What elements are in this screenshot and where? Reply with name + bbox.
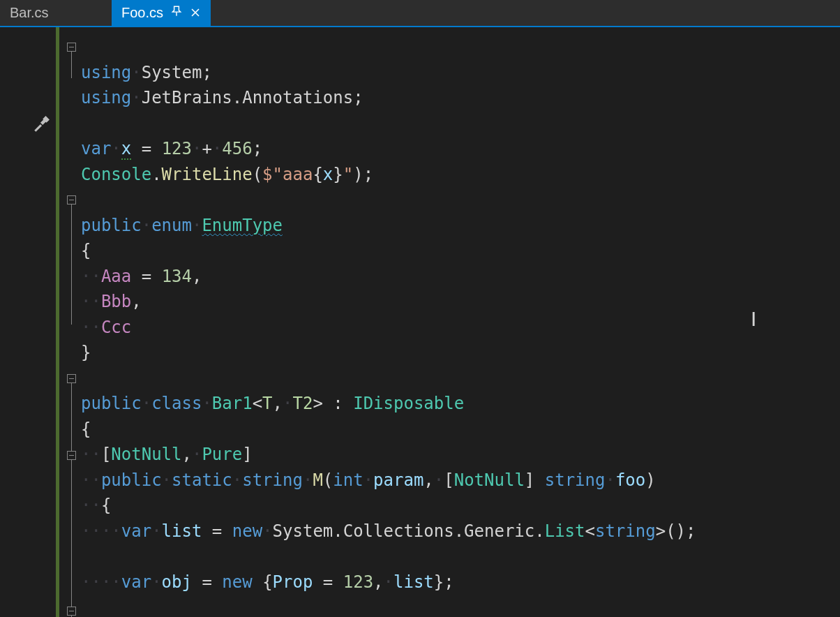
whitespace-dot: · [111,139,121,158]
keyword: public [81,216,142,235]
whitespace-dot: ·· [81,267,101,286]
attribute: Pure [202,445,242,464]
string: " [343,165,353,184]
number: 123 [162,139,192,158]
tab-foo-cs[interactable]: Foo.cs [112,0,211,26]
punct: ; [202,63,211,82]
operator: = [313,572,343,592]
punct: { [313,165,322,184]
whitespace-dot: · [151,521,161,541]
enum-member: Aaa [101,267,131,286]
tab-label: Bar.cs [10,5,49,21]
punct: > [656,521,666,541]
whitespace-dot: · [131,63,141,82]
whitespace-dot: · [142,394,151,413]
keyword: string [242,470,303,490]
punct: , [182,445,192,464]
fold-box-icon[interactable] [67,607,76,616]
folding-gutter[interactable] [63,27,81,617]
namespace: System.Collections.Generic. [273,521,545,541]
operator: + [202,139,211,158]
identifier: obj [162,572,192,592]
keyword: string [595,521,656,541]
type-param: T [262,394,272,413]
type: Bar1 [212,394,253,413]
whitespace-dot: · [212,139,222,158]
close-icon[interactable] [190,6,201,20]
punct: < [253,394,262,413]
brace: { [101,496,111,515]
operator: = [202,521,232,541]
whitespace-dot: ·· [81,292,101,311]
keyword: string [545,470,606,490]
whitespace-dot: · [232,470,242,490]
whitespace-dot: · [142,216,151,235]
whitespace-dot: · [605,470,615,490]
build-hammer-icon[interactable] [32,115,50,136]
pin-icon[interactable] [170,5,183,21]
keyword: class [151,394,202,413]
property: Prop [273,572,313,592]
punct: ( [253,165,262,184]
whitespace-dot: ·· [81,496,101,515]
keyword: using [81,88,131,107]
whitespace-dot: ···· [81,521,121,541]
tab-bar: Bar.cs Foo.cs [0,0,840,27]
whitespace-dot: ·· [81,445,101,464]
string: " [273,165,283,184]
punct: ] [525,470,545,490]
keyword: var [121,521,151,541]
punct: , [273,394,283,413]
punct: , [423,470,433,490]
tab-bar-cs[interactable]: Bar.cs [0,0,112,26]
enum-member: Bbb [101,292,131,311]
whitespace-dot: · [192,216,202,235]
punct: ( [323,470,333,490]
punct: [ [101,445,111,464]
punct: ) [645,470,655,490]
punct: : [323,394,353,413]
punct: (); [666,521,696,541]
method: WriteLine [162,165,253,184]
keyword: public [81,394,142,413]
type: Console [81,165,151,184]
whitespace-dot: · [283,394,292,413]
keyword: enum [151,216,192,235]
fold-guide [71,383,72,617]
whitespace-dot: · [151,572,161,592]
enum-member: Ccc [101,318,131,337]
code-area[interactable]: using·System; using·JetBrains.Annotation… [81,27,840,617]
namespace: JetBrains.Annotations [142,88,353,107]
punct: . [151,165,161,184]
breakpoint-gutter[interactable] [0,27,28,617]
punct: , [131,292,141,311]
fold-box-icon[interactable] [67,451,76,460]
whitespace-dot: · [384,572,393,592]
identifier: list [162,521,202,541]
whitespace-dot: ·· [81,470,101,490]
punct: } [333,165,343,184]
code-editor[interactable]: using·System; using·JetBrains.Annotation… [0,27,840,617]
type: EnumType [202,216,283,235]
brace: { [81,419,91,439]
string: $ [262,165,272,184]
keyword: static [172,470,232,490]
namespace: System [142,63,202,82]
punct: [ [444,470,453,490]
fold-box-icon[interactable] [67,43,76,52]
brace: { [81,241,91,260]
keyword: new [222,572,252,592]
punct: , [192,267,202,286]
whitespace-dot: · [363,470,373,490]
whitespace-dot: · [192,445,202,464]
attribute: NotNull [111,445,181,464]
type-param: T2 [292,394,313,413]
punct: > [313,394,322,413]
keyword: var [121,572,151,592]
fold-box-icon[interactable] [67,374,76,383]
whitespace-dot: ·· [81,318,101,337]
fold-box-icon[interactable] [67,195,76,205]
keyword: new [232,521,262,541]
param: param [373,470,423,490]
keyword: public [101,470,162,490]
